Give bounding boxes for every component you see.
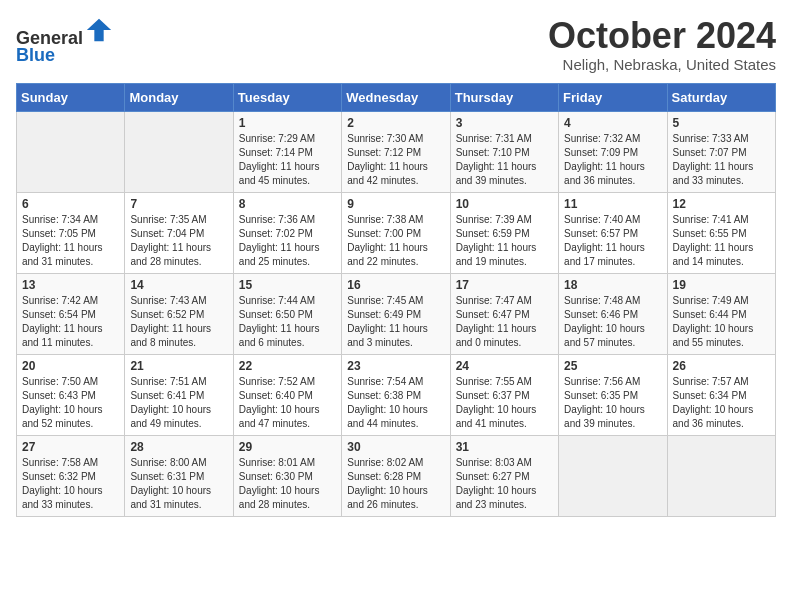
day-info: Sunrise: 7:49 AM Sunset: 6:44 PM Dayligh…: [673, 294, 770, 350]
calendar-cell: 11Sunrise: 7:40 AM Sunset: 6:57 PM Dayli…: [559, 192, 667, 273]
day-number: 26: [673, 359, 770, 373]
day-info: Sunrise: 7:33 AM Sunset: 7:07 PM Dayligh…: [673, 132, 770, 188]
day-info: Sunrise: 8:01 AM Sunset: 6:30 PM Dayligh…: [239, 456, 336, 512]
calendar-cell: 20Sunrise: 7:50 AM Sunset: 6:43 PM Dayli…: [17, 354, 125, 435]
day-number: 5: [673, 116, 770, 130]
day-number: 11: [564, 197, 661, 211]
day-info: Sunrise: 7:40 AM Sunset: 6:57 PM Dayligh…: [564, 213, 661, 269]
day-info: Sunrise: 7:55 AM Sunset: 6:37 PM Dayligh…: [456, 375, 553, 431]
day-number: 18: [564, 278, 661, 292]
day-number: 3: [456, 116, 553, 130]
day-info: Sunrise: 7:36 AM Sunset: 7:02 PM Dayligh…: [239, 213, 336, 269]
calendar-cell: 15Sunrise: 7:44 AM Sunset: 6:50 PM Dayli…: [233, 273, 341, 354]
calendar-cell: 29Sunrise: 8:01 AM Sunset: 6:30 PM Dayli…: [233, 435, 341, 516]
day-number: 7: [130, 197, 227, 211]
calendar-cell: 8Sunrise: 7:36 AM Sunset: 7:02 PM Daylig…: [233, 192, 341, 273]
calendar-cell: 17Sunrise: 7:47 AM Sunset: 6:47 PM Dayli…: [450, 273, 558, 354]
calendar-week-row: 20Sunrise: 7:50 AM Sunset: 6:43 PM Dayli…: [17, 354, 776, 435]
svg-marker-0: [87, 19, 111, 41]
day-info: Sunrise: 7:54 AM Sunset: 6:38 PM Dayligh…: [347, 375, 444, 431]
day-number: 6: [22, 197, 119, 211]
day-info: Sunrise: 7:30 AM Sunset: 7:12 PM Dayligh…: [347, 132, 444, 188]
day-info: Sunrise: 7:31 AM Sunset: 7:10 PM Dayligh…: [456, 132, 553, 188]
day-number: 28: [130, 440, 227, 454]
calendar-week-row: 6Sunrise: 7:34 AM Sunset: 7:05 PM Daylig…: [17, 192, 776, 273]
calendar-cell: 2Sunrise: 7:30 AM Sunset: 7:12 PM Daylig…: [342, 111, 450, 192]
day-number: 16: [347, 278, 444, 292]
day-number: 30: [347, 440, 444, 454]
calendar-table: SundayMondayTuesdayWednesdayThursdayFrid…: [16, 83, 776, 517]
calendar-cell: [17, 111, 125, 192]
day-info: Sunrise: 7:35 AM Sunset: 7:04 PM Dayligh…: [130, 213, 227, 269]
day-number: 8: [239, 197, 336, 211]
page-header: General Blue October 2024 Neligh, Nebras…: [16, 16, 776, 73]
day-info: Sunrise: 7:42 AM Sunset: 6:54 PM Dayligh…: [22, 294, 119, 350]
day-number: 27: [22, 440, 119, 454]
calendar-cell: 16Sunrise: 7:45 AM Sunset: 6:49 PM Dayli…: [342, 273, 450, 354]
calendar-cell: 12Sunrise: 7:41 AM Sunset: 6:55 PM Dayli…: [667, 192, 775, 273]
calendar-cell: 28Sunrise: 8:00 AM Sunset: 6:31 PM Dayli…: [125, 435, 233, 516]
day-number: 1: [239, 116, 336, 130]
day-number: 13: [22, 278, 119, 292]
calendar-cell: 27Sunrise: 7:58 AM Sunset: 6:32 PM Dayli…: [17, 435, 125, 516]
day-number: 24: [456, 359, 553, 373]
day-info: Sunrise: 7:38 AM Sunset: 7:00 PM Dayligh…: [347, 213, 444, 269]
day-info: Sunrise: 7:32 AM Sunset: 7:09 PM Dayligh…: [564, 132, 661, 188]
weekday-header: Wednesday: [342, 83, 450, 111]
day-number: 10: [456, 197, 553, 211]
day-number: 31: [456, 440, 553, 454]
calendar-cell: 26Sunrise: 7:57 AM Sunset: 6:34 PM Dayli…: [667, 354, 775, 435]
day-info: Sunrise: 7:50 AM Sunset: 6:43 PM Dayligh…: [22, 375, 119, 431]
day-info: Sunrise: 7:57 AM Sunset: 6:34 PM Dayligh…: [673, 375, 770, 431]
day-info: Sunrise: 7:56 AM Sunset: 6:35 PM Dayligh…: [564, 375, 661, 431]
calendar-cell: 19Sunrise: 7:49 AM Sunset: 6:44 PM Dayli…: [667, 273, 775, 354]
calendar-cell: [125, 111, 233, 192]
day-number: 14: [130, 278, 227, 292]
day-info: Sunrise: 7:41 AM Sunset: 6:55 PM Dayligh…: [673, 213, 770, 269]
day-info: Sunrise: 7:52 AM Sunset: 6:40 PM Dayligh…: [239, 375, 336, 431]
calendar-cell: 1Sunrise: 7:29 AM Sunset: 7:14 PM Daylig…: [233, 111, 341, 192]
calendar-cell: [667, 435, 775, 516]
day-number: 22: [239, 359, 336, 373]
month-title: October 2024: [548, 16, 776, 56]
day-number: 17: [456, 278, 553, 292]
day-info: Sunrise: 8:02 AM Sunset: 6:28 PM Dayligh…: [347, 456, 444, 512]
title-block: October 2024 Neligh, Nebraska, United St…: [548, 16, 776, 73]
calendar-cell: 14Sunrise: 7:43 AM Sunset: 6:52 PM Dayli…: [125, 273, 233, 354]
calendar-cell: 4Sunrise: 7:32 AM Sunset: 7:09 PM Daylig…: [559, 111, 667, 192]
calendar-week-row: 1Sunrise: 7:29 AM Sunset: 7:14 PM Daylig…: [17, 111, 776, 192]
day-number: 29: [239, 440, 336, 454]
weekday-header: Thursday: [450, 83, 558, 111]
calendar-cell: 23Sunrise: 7:54 AM Sunset: 6:38 PM Dayli…: [342, 354, 450, 435]
day-info: Sunrise: 8:00 AM Sunset: 6:31 PM Dayligh…: [130, 456, 227, 512]
day-info: Sunrise: 8:03 AM Sunset: 6:27 PM Dayligh…: [456, 456, 553, 512]
weekday-header: Friday: [559, 83, 667, 111]
weekday-header: Saturday: [667, 83, 775, 111]
calendar-cell: 3Sunrise: 7:31 AM Sunset: 7:10 PM Daylig…: [450, 111, 558, 192]
calendar-week-row: 13Sunrise: 7:42 AM Sunset: 6:54 PM Dayli…: [17, 273, 776, 354]
weekday-header: Sunday: [17, 83, 125, 111]
calendar-cell: 22Sunrise: 7:52 AM Sunset: 6:40 PM Dayli…: [233, 354, 341, 435]
calendar-cell: 13Sunrise: 7:42 AM Sunset: 6:54 PM Dayli…: [17, 273, 125, 354]
calendar-cell: 31Sunrise: 8:03 AM Sunset: 6:27 PM Dayli…: [450, 435, 558, 516]
day-info: Sunrise: 7:47 AM Sunset: 6:47 PM Dayligh…: [456, 294, 553, 350]
day-number: 21: [130, 359, 227, 373]
day-info: Sunrise: 7:58 AM Sunset: 6:32 PM Dayligh…: [22, 456, 119, 512]
calendar-cell: [559, 435, 667, 516]
day-info: Sunrise: 7:39 AM Sunset: 6:59 PM Dayligh…: [456, 213, 553, 269]
day-number: 15: [239, 278, 336, 292]
calendar-cell: 5Sunrise: 7:33 AM Sunset: 7:07 PM Daylig…: [667, 111, 775, 192]
weekday-header: Tuesday: [233, 83, 341, 111]
day-number: 25: [564, 359, 661, 373]
day-number: 4: [564, 116, 661, 130]
day-number: 2: [347, 116, 444, 130]
calendar-header-row: SundayMondayTuesdayWednesdayThursdayFrid…: [17, 83, 776, 111]
calendar-cell: 10Sunrise: 7:39 AM Sunset: 6:59 PM Dayli…: [450, 192, 558, 273]
day-number: 19: [673, 278, 770, 292]
day-info: Sunrise: 7:48 AM Sunset: 6:46 PM Dayligh…: [564, 294, 661, 350]
weekday-header: Monday: [125, 83, 233, 111]
day-info: Sunrise: 7:43 AM Sunset: 6:52 PM Dayligh…: [130, 294, 227, 350]
calendar-cell: 24Sunrise: 7:55 AM Sunset: 6:37 PM Dayli…: [450, 354, 558, 435]
calendar-cell: 9Sunrise: 7:38 AM Sunset: 7:00 PM Daylig…: [342, 192, 450, 273]
calendar-cell: 30Sunrise: 8:02 AM Sunset: 6:28 PM Dayli…: [342, 435, 450, 516]
